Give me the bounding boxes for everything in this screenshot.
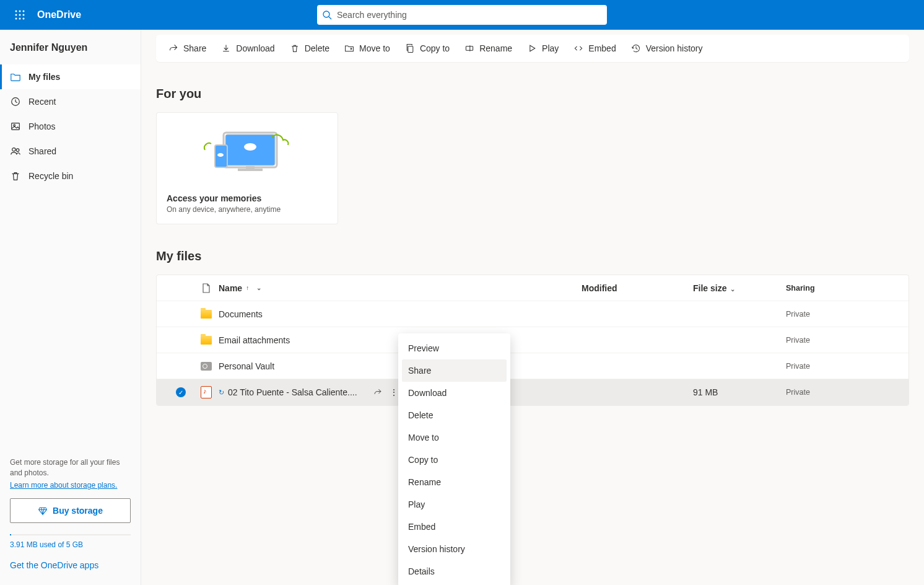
ctx-move-to[interactable]: Move to [402, 426, 507, 449]
svg-point-6 [15, 18, 17, 20]
nav-recycle-bin[interactable]: Recycle bin [0, 164, 141, 188]
buy-storage-button[interactable]: Buy storage [10, 498, 131, 523]
ctx-copy-to[interactable]: Copy to [402, 449, 507, 471]
cmd-move-to[interactable]: Move to [338, 37, 396, 59]
card-title: Access your memories [167, 193, 328, 203]
size-column-header[interactable]: File size⌄ [693, 283, 786, 293]
type-column-icon[interactable] [194, 283, 219, 293]
table-row[interactable]: Email attachments Private [157, 327, 909, 353]
my-files-title: My files [156, 249, 909, 263]
file-name[interactable]: Personal Vault [219, 361, 274, 371]
nav-label: My files [28, 72, 60, 82]
cmd-share[interactable]: Share [162, 37, 212, 59]
play-icon [527, 43, 537, 53]
sync-icon: ↻ [219, 389, 224, 397]
svg-point-9 [323, 11, 329, 17]
ctx-download[interactable]: Download [402, 382, 507, 404]
svg-point-14 [12, 148, 15, 151]
ctx-play[interactable]: Play [402, 493, 507, 516]
cmd-embed[interactable]: Embed [567, 37, 622, 59]
ctx-delete[interactable]: Delete [402, 404, 507, 426]
svg-point-4 [19, 14, 21, 16]
ctx-embed[interactable]: Embed [402, 516, 507, 538]
command-bar: Share Download Delete Move to Copy to Re… [156, 35, 909, 62]
learn-more-link[interactable]: Learn more about storage plans. [10, 481, 117, 490]
user-name: Jennifer Nguyen [0, 42, 141, 64]
cmd-play[interactable]: Play [521, 37, 565, 59]
cmd-download[interactable]: Download [215, 37, 281, 59]
ctx-preview[interactable]: Preview [402, 337, 507, 359]
svg-point-3 [15, 14, 17, 16]
selected-check-icon[interactable]: ✓ [176, 387, 186, 397]
memories-card[interactable]: Access your memories On any device, anyw… [156, 112, 338, 224]
main-content: Share Download Delete Move to Copy to Re… [141, 30, 924, 585]
brand-title[interactable]: OneDrive [37, 9, 81, 20]
for-you-title: For you [156, 87, 909, 101]
svg-point-8 [23, 18, 25, 20]
vault-icon [201, 362, 212, 371]
context-menu: Preview Share Download Delete Move to Co… [398, 333, 510, 585]
table-row-selected[interactable]: ✓ ↻ 02 Tito Puente - Salsa Caliente.... … [157, 379, 909, 405]
file-name[interactable]: Documents [219, 309, 263, 319]
cmd-version-history[interactable]: Version history [625, 37, 709, 59]
table-row[interactable]: Documents Private [157, 301, 909, 327]
svg-point-0 [15, 11, 17, 12]
name-column-header[interactable]: Name ↑ ⌄ [219, 283, 582, 293]
sharing-status: Private [786, 336, 897, 345]
audio-file-icon [201, 386, 212, 398]
more-actions-button[interactable]: ⋮ [390, 387, 398, 397]
memories-illustration [157, 113, 338, 187]
nav-recent[interactable]: Recent [0, 89, 141, 114]
nav-my-files[interactable]: My files [0, 64, 141, 89]
ctx-rename[interactable]: Rename [402, 471, 507, 493]
search-icon [322, 10, 332, 20]
diamond-icon [38, 506, 48, 516]
file-list: Name ↑ ⌄ Modified File size⌄ Sharing Doc… [156, 275, 909, 406]
delete-icon [290, 43, 300, 53]
svg-rect-17 [466, 46, 473, 50]
waffle-icon [15, 10, 25, 20]
sharing-status: Private [786, 310, 897, 319]
folder-icon [10, 71, 21, 82]
cmd-rename[interactable]: Rename [458, 37, 518, 59]
nav-label: Recycle bin [28, 171, 73, 181]
nav-shared[interactable]: Shared [0, 139, 141, 164]
svg-rect-12 [12, 123, 20, 130]
nav-photos[interactable]: Photos [0, 114, 141, 139]
svg-line-10 [329, 17, 331, 19]
download-icon [221, 43, 231, 53]
svg-point-1 [19, 11, 21, 12]
search-box[interactable] [317, 5, 607, 25]
sharing-column-header[interactable]: Sharing [786, 284, 897, 292]
svg-point-13 [14, 125, 15, 126]
svg-rect-21 [246, 166, 255, 170]
app-header: OneDrive [0, 0, 924, 30]
ctx-share[interactable]: Share [402, 359, 507, 382]
ctx-version-history[interactable]: Version history [402, 538, 507, 560]
ctx-details[interactable]: Details [402, 560, 507, 583]
file-size: 91 MB [693, 387, 786, 397]
buy-storage-label: Buy storage [53, 506, 103, 516]
file-icon [202, 283, 211, 293]
table-row[interactable]: Personal Vault Private [157, 353, 909, 379]
file-name[interactable]: Email attachments [219, 335, 290, 345]
modified-column-header[interactable]: Modified [582, 283, 693, 293]
svg-point-2 [23, 11, 25, 12]
chevron-down-icon: ⌄ [730, 286, 735, 292]
app-launcher-button[interactable] [5, 0, 35, 30]
sharing-status: Private [786, 362, 897, 371]
card-subtitle: On any device, anywhere, anytime [167, 205, 328, 214]
cmd-delete[interactable]: Delete [284, 37, 336, 59]
svg-point-7 [19, 18, 21, 20]
search-input[interactable] [337, 10, 602, 20]
share-icon[interactable] [373, 388, 382, 397]
file-name[interactable]: 02 Tito Puente - Salsa Caliente.... [228, 387, 357, 397]
svg-point-5 [23, 14, 25, 16]
sidebar: Jennifer Nguyen My files Recent Photos S… [0, 30, 141, 585]
trash-icon [10, 170, 21, 182]
nav-label: Shared [28, 146, 56, 156]
cmd-copy-to[interactable]: Copy to [399, 37, 456, 59]
people-icon [10, 146, 21, 157]
get-apps-link[interactable]: Get the OneDrive apps [10, 560, 131, 570]
nav-label: Recent [28, 97, 56, 107]
